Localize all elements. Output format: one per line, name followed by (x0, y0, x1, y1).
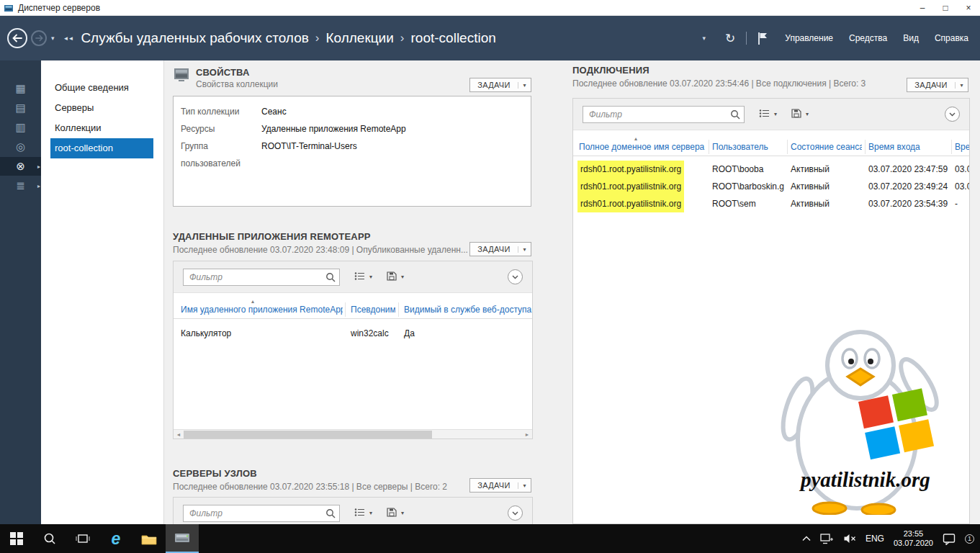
horizontal-scrollbar[interactable]: ◄ ► (174, 429, 532, 439)
tray-expand-chevron-icon[interactable] (802, 536, 811, 541)
caret-down-icon: ▾ (401, 274, 404, 280)
scroll-left-icon[interactable]: ◄ (174, 430, 184, 439)
column-header-fqdn[interactable]: Полное доменное имя сервера (579, 138, 706, 156)
host-servers-collapse-button[interactable] (508, 505, 523, 521)
action-center-icon[interactable] (943, 533, 956, 545)
caret-down-icon: ▾ (518, 82, 531, 89)
local-server-icon[interactable]: ▤ (0, 99, 41, 117)
close-button[interactable]: × (957, 0, 980, 15)
column-header-disconnect-time[interactable]: Врем (955, 138, 970, 156)
menu-tools[interactable]: Средства (849, 33, 887, 43)
breadcrumb-item-collections[interactable]: Коллекции (325, 30, 393, 46)
network-icon[interactable] (820, 534, 834, 544)
menu-manage[interactable]: Управление (785, 33, 833, 43)
table-row[interactable]: Калькулятор win32calc Да (174, 325, 532, 342)
save-icon (387, 271, 397, 284)
cell-app-name: Калькулятор (181, 325, 231, 342)
task-view-button[interactable] (66, 524, 99, 553)
connections-save-query-button[interactable]: ▾ (791, 108, 809, 121)
remoteapp-tasks-button[interactable]: ЗАДАЧИ ▾ (469, 242, 531, 256)
file-services-icon[interactable]: ≣ (0, 176, 41, 195)
file-services-expand-icon[interactable]: ▸ (37, 183, 40, 189)
menu-view[interactable]: Вид (903, 33, 919, 43)
column-header-session-state[interactable]: Состояние сеанса (791, 138, 862, 156)
column-header-app-name[interactable]: Имя удаленного приложения RemoteApp (181, 300, 343, 319)
sidebar-item-servers[interactable]: Серверы (41, 98, 163, 118)
table-row[interactable]: rdsh01.root.pyatilistnik.org ROOT\booba … (573, 161, 969, 178)
remoteapp-criteria-button[interactable]: ▾ (354, 271, 372, 284)
all-servers-icon[interactable]: ▥ (0, 118, 41, 137)
history-dropdown-icon[interactable]: ▾ (51, 35, 55, 42)
column-header-alias[interactable]: Псевдоним (351, 300, 395, 319)
dashboard-icon[interactable]: ▦ (0, 79, 41, 98)
back-button[interactable] (7, 28, 27, 48)
minimize-button[interactable]: – (911, 0, 934, 15)
sidebar-item-overview[interactable]: Общие сведения (41, 78, 163, 98)
remoteapp-save-query-button[interactable]: ▾ (387, 271, 404, 284)
properties-subtitle: Свойства коллекции (196, 79, 278, 89)
host-servers-tasks-button[interactable]: ЗАДАЧИ ▾ (469, 478, 531, 493)
cell-alias: win32calc (351, 325, 389, 342)
column-header-web-visible[interactable]: Видимый в службе веб-доступа (404, 300, 532, 319)
host-servers-filter-input[interactable] (184, 508, 325, 518)
volume-muted-icon[interactable] (843, 534, 856, 544)
cell-session-state: Активный (791, 161, 830, 178)
clock-time: 23:55 (894, 529, 933, 539)
taskbar-search-button[interactable] (33, 524, 66, 553)
caret-down-icon: ▾ (806, 111, 809, 117)
window-controls: – □ × (911, 0, 980, 15)
server-manager-taskbar-button[interactable] (166, 524, 199, 553)
breadcrumb-dropdown-icon[interactable]: ▾ (703, 35, 706, 42)
maximize-button[interactable]: □ (934, 0, 957, 15)
nav-bar: ▾ ◄◄ Службы удаленных рабочих столов › К… (0, 16, 980, 60)
notifications-flag-icon[interactable] (758, 32, 768, 45)
system-tray: ENG 23:55 03.07.2020 1 (802, 524, 980, 553)
remoteapp-collapse-button[interactable] (508, 269, 523, 284)
search-icon[interactable] (730, 109, 740, 120)
breadcrumb-separator: › (400, 31, 405, 45)
notification-badge[interactable]: 1 (965, 534, 974, 544)
table-row[interactable]: rdsh01.root.pyatilistnik.org ROOT\barbos… (573, 178, 969, 195)
rds-icon[interactable]: ⊗ (0, 157, 41, 176)
search-icon[interactable] (325, 272, 336, 282)
server-manager-icon (4, 3, 14, 13)
double-left-arrow-icon: ◄◄ (63, 35, 73, 42)
search-icon[interactable] (325, 508, 336, 518)
search-icon (43, 532, 56, 545)
host-servers-criteria-button[interactable]: ▾ (354, 507, 372, 520)
sidebar-item-collections[interactable]: Коллекции (41, 118, 163, 138)
table-row[interactable]: rdsh01.root.pyatilistnik.org ROOT\sem Ак… (573, 195, 969, 212)
menu-help[interactable]: Справка (935, 33, 968, 43)
properties-tasks-button[interactable]: ЗАДАЧИ ▾ (469, 78, 531, 92)
forward-button[interactable] (31, 30, 47, 46)
column-header-login-time[interactable]: Время входа (868, 138, 948, 156)
property-value: Удаленные приложения RemoteApp (261, 120, 406, 138)
connections-collapse-button[interactable] (945, 107, 960, 122)
remoteapp-filter-input[interactable] (184, 272, 325, 282)
internet-explorer-button[interactable]: e (99, 524, 132, 553)
host-servers-save-query-button[interactable]: ▾ (387, 507, 404, 520)
connections-filter-input[interactable] (583, 109, 730, 120)
connections-criteria-button[interactable]: ▾ (759, 108, 777, 121)
column-header-user[interactable]: Пользователь (712, 138, 784, 156)
scrollbar-thumb[interactable] (184, 431, 432, 439)
breadcrumb-item-root-collection[interactable]: root-collection (411, 30, 496, 46)
language-indicator[interactable]: ENG (866, 534, 884, 544)
file-explorer-button[interactable] (132, 524, 166, 553)
sidebar-item-root-collection[interactable]: root-collection (50, 138, 153, 158)
scroll-right-icon[interactable]: ► (522, 430, 532, 439)
save-icon (791, 108, 801, 121)
breadcrumb-item-rds[interactable]: Службы удаленных рабочих столов (81, 30, 308, 46)
server-manager-window: Диспетчер серверов – □ × ▾ ◄◄ Службы уда… (0, 0, 980, 553)
taskbar-clock[interactable]: 23:55 03.07.2020 (894, 529, 933, 548)
rds-expand-icon[interactable]: ▸ (37, 163, 40, 170)
nav-divider (746, 32, 747, 45)
refresh-icon[interactable]: ↻ (725, 31, 735, 46)
connections-tasks-button[interactable]: ЗАДАЧИ ▾ (907, 78, 968, 92)
start-button[interactable] (0, 524, 33, 553)
remoteapp-title: УДАЛЕННЫЕ ПРИЛОЖЕНИЯ REMOTEAPP (173, 231, 371, 242)
taskbar: e ENG 23:55 03.07.2020 1 (0, 524, 980, 553)
host-servers-toolbar: ▾ ▾ (174, 498, 532, 524)
services-icon[interactable]: ◎ (0, 138, 41, 156)
cell-login-time: 03.07.2020 23:49:24 (868, 178, 948, 195)
